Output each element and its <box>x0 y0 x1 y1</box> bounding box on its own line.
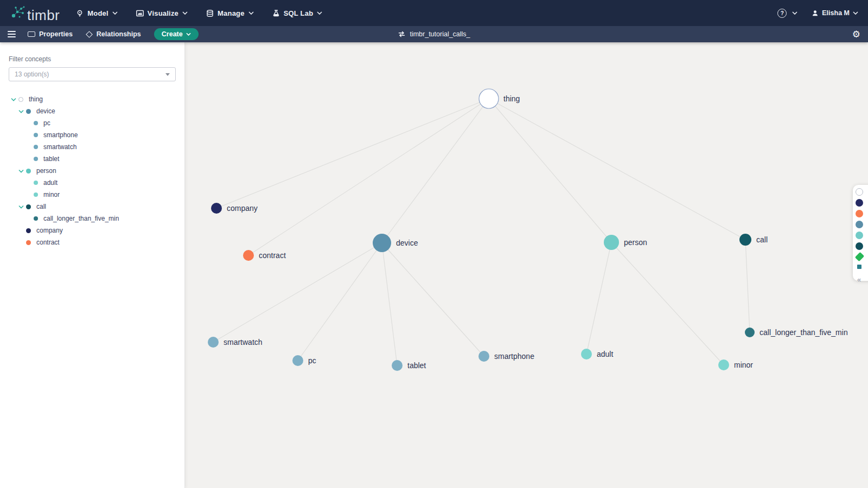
concept-color-dot <box>18 97 23 102</box>
graph-node-label-call: call <box>756 235 768 244</box>
graph-node-label-contract: contract <box>259 251 286 260</box>
graph-node-call_longer_than_five_min[interactable] <box>745 328 755 337</box>
concept-color-dot <box>34 145 38 149</box>
legend-diamond-icon[interactable] <box>855 252 865 262</box>
graph-node-label-tablet: tablet <box>407 361 426 370</box>
nav-item-manage[interactable]: Manage <box>206 9 254 17</box>
main-menu: ModelVisualizeManageSQL Lab <box>76 9 341 17</box>
legend-circle-2[interactable] <box>856 210 863 217</box>
concept-color-dot <box>34 192 38 197</box>
graph-node-pc[interactable] <box>292 355 303 366</box>
tree-item-smartwatch[interactable]: smartwatch <box>9 141 176 153</box>
concept-color-dot <box>26 240 31 245</box>
graph-node-company[interactable] <box>211 203 222 214</box>
tree-item-label: person <box>36 167 56 175</box>
tree-item-label: device <box>36 107 55 115</box>
tree-item-contract[interactable]: contract <box>9 236 176 248</box>
nav-item-label: SQL Lab <box>284 9 314 17</box>
legend-circle-1[interactable] <box>856 199 863 207</box>
graph-edge-person-adult <box>586 242 611 354</box>
graph-node-smartphone[interactable] <box>478 351 489 362</box>
tree-item-label: thing <box>29 95 43 103</box>
tree-item-minor[interactable]: minor <box>9 189 176 201</box>
graph-node-person[interactable] <box>604 235 619 250</box>
legend-collapse-icon[interactable]: « <box>857 275 861 284</box>
active-ontology[interactable]: timbr_tutorial_calls_ <box>398 30 470 38</box>
hamburger-menu-icon[interactable] <box>8 31 16 37</box>
model-bulb-icon <box>76 10 84 17</box>
help-chevron-down-icon[interactable] <box>792 11 797 15</box>
timbr-logo[interactable]: timbr <box>10 4 60 22</box>
ontology-name: timbr_tutorial_calls_ <box>410 30 470 38</box>
tree-item-label: company <box>36 227 63 234</box>
tree-item-call_longer_than_five_min[interactable]: call_longer_than_five_min <box>9 213 176 224</box>
graph-node-tablet[interactable] <box>392 360 403 371</box>
graph-edge-device-pc <box>298 243 382 361</box>
chevron-down-icon <box>317 11 322 15</box>
graph-node-adult[interactable] <box>581 349 592 359</box>
tree-chevron-down-icon[interactable] <box>18 110 26 113</box>
sql-lab-flask-icon <box>272 10 280 17</box>
legend-square-icon[interactable] <box>857 265 861 269</box>
graph-node-thing[interactable] <box>479 89 499 108</box>
graph-node-label-pc: pc <box>308 356 316 365</box>
timbr-logo-icon <box>10 4 26 20</box>
settings-gear-icon[interactable]: ⚙ <box>852 30 860 39</box>
graph-node-smartwatch[interactable] <box>208 337 219 348</box>
tree-item-company[interactable]: company <box>9 224 176 236</box>
filter-concepts-select[interactable]: 13 option(s) <box>9 67 176 81</box>
content-area: Filter concepts 13 option(s) thingdevice… <box>0 42 868 488</box>
properties-button[interactable]: Properties <box>28 30 73 38</box>
graph-edge-device-tablet <box>382 243 397 365</box>
tree-item-thing[interactable]: thing <box>9 93 176 105</box>
create-button[interactable]: Create <box>154 28 199 40</box>
graph-node-label-smartphone: smartphone <box>494 352 534 361</box>
graph-node-label-minor: minor <box>734 361 753 369</box>
tree-item-device[interactable]: device <box>9 105 176 117</box>
graph-edge-call-call_longer_than_five_min <box>745 240 750 332</box>
chevron-down-icon <box>112 11 118 15</box>
relationships-button[interactable]: Relationships <box>86 30 141 38</box>
ontology-toolbar: Properties Relationships Create timbr_tu… <box>0 26 868 42</box>
tree-item-label: pc <box>43 119 50 127</box>
tree-chevron-down-icon[interactable] <box>18 205 26 209</box>
legend-items <box>856 188 863 269</box>
tree-item-label: smartwatch <box>43 143 76 151</box>
legend-circle-3[interactable] <box>856 221 863 228</box>
concept-color-dot <box>34 121 38 125</box>
user-icon <box>812 10 819 17</box>
tree-item-label: call_longer_than_five_min <box>43 215 119 222</box>
graph-node-minor[interactable] <box>718 359 729 370</box>
graph-canvas[interactable]: thingcompanycontractdevicepersoncallsmar… <box>185 42 868 488</box>
concepts-sidebar: Filter concepts 13 option(s) thingdevice… <box>0 42 185 488</box>
graph-node-label-person: person <box>624 238 647 247</box>
nav-item-model[interactable]: Model <box>76 9 118 17</box>
properties-icon <box>28 31 35 37</box>
legend-circle-5[interactable] <box>856 242 863 250</box>
tree-item-call[interactable]: call <box>9 201 176 213</box>
nav-item-visualize[interactable]: Visualize <box>136 9 188 17</box>
graph-edges <box>213 99 750 365</box>
tree-item-tablet[interactable]: tablet <box>9 153 176 165</box>
graph-node-device[interactable] <box>373 234 391 252</box>
graph-node-label-thing: thing <box>503 94 520 103</box>
tree-item-smartphone[interactable]: smartphone <box>9 129 176 141</box>
legend-circle-0[interactable] <box>856 188 863 196</box>
legend-circle-4[interactable] <box>856 232 863 239</box>
tree-item-person[interactable]: person <box>9 165 176 177</box>
graph-node-contract[interactable] <box>243 250 254 261</box>
tree-chevron-down-icon[interactable] <box>18 169 26 173</box>
graph-node-call[interactable] <box>739 234 751 246</box>
legend-panel: « <box>853 185 868 281</box>
graph-node-label-call_longer_than_five_min: call_longer_than_five_min <box>760 328 848 337</box>
concept-color-dot <box>34 133 38 137</box>
concept-color-dot <box>34 181 38 185</box>
help-icon[interactable]: ? <box>777 9 787 18</box>
tree-chevron-down-icon[interactable] <box>11 98 18 101</box>
graph-node-label-company: company <box>227 204 258 213</box>
nav-item-sql-lab[interactable]: SQL Lab <box>272 9 323 17</box>
tree-item-adult[interactable]: adult <box>9 177 176 189</box>
visualize-chart-icon <box>136 10 144 17</box>
tree-item-pc[interactable]: pc <box>9 117 176 129</box>
user-menu[interactable]: Elisha M <box>812 9 858 17</box>
